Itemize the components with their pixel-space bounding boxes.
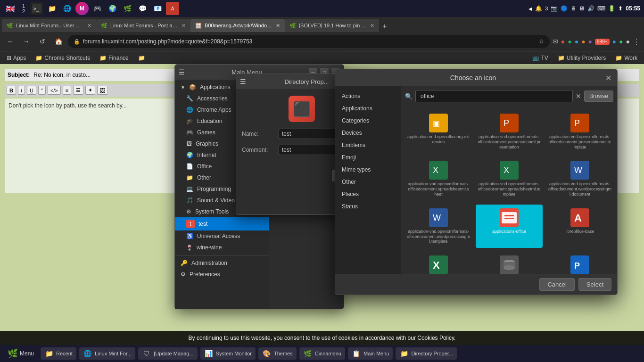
cancel-button[interactable]: Cancel: [539, 278, 574, 291]
app-icon-red[interactable]: A: [166, 2, 179, 15]
taskbar-update-manager[interactable]: 🛡 [Update Manag...: [138, 347, 197, 360]
tab-close-1[interactable]: ✕: [182, 23, 186, 29]
search-clear-button[interactable]: ✕: [576, 92, 581, 100]
ext-icon-4[interactable]: ●: [581, 38, 585, 45]
taskbar-directory-properties[interactable]: 📁 Directory Proper...: [396, 347, 457, 360]
icon-cell-6[interactable]: W application-vnd.openxmlformats-officed…: [405, 205, 472, 248]
sidebar-categories[interactable]: Categories: [335, 115, 401, 127]
notification-icon[interactable]: 🔔: [535, 5, 542, 12]
app-icon-chat[interactable]: 💬: [136, 2, 149, 15]
ext-icon-3[interactable]: ●: [575, 38, 578, 45]
app-icon-terminal[interactable]: >_: [30, 2, 43, 15]
star-btn[interactable]: ✦: [85, 86, 95, 95]
ext-icon-5[interactable]: ●: [588, 38, 592, 45]
menu-dots[interactable]: ⋮: [633, 37, 640, 46]
app-icon-chrome[interactable]: 🌐: [60, 2, 74, 15]
home-button[interactable]: 🏠: [52, 35, 65, 48]
address-bar[interactable]: 🔒 forums.linuxmint.com/posting.php?mode=…: [68, 35, 550, 48]
battery-icon[interactable]: 🔋: [608, 5, 615, 12]
new-tab-button[interactable]: +: [379, 21, 390, 32]
taskbar-themes[interactable]: 🎨 Themes: [258, 347, 297, 360]
bookmark-tv[interactable]: 📺 TV: [529, 54, 551, 62]
app-icon-mail[interactable]: 📧: [151, 2, 164, 15]
icon-preview[interactable]: ⬛: [288, 95, 316, 123]
start-menu-button[interactable]: 🌿 Menu: [4, 347, 38, 360]
dp-hamburger[interactable]: ☰: [240, 78, 246, 85]
sidebar-places[interactable]: Places: [335, 188, 401, 200]
icon-cell-7[interactable]: applications-office: [476, 205, 543, 248]
icon-cell-4[interactable]: X application-vnd.openxmlformats-officed…: [476, 157, 543, 200]
sidebar-item-administration[interactable]: 🔑 Administration: [175, 257, 269, 269]
taskbar-linux-mint-forums[interactable]: 🌐 Linux Mint For...: [79, 347, 135, 360]
list2-btn[interactable]: ☰: [73, 86, 83, 95]
select-button[interactable]: Select: [578, 278, 611, 291]
taskbar-recent[interactable]: 📁 Recent: [41, 347, 76, 360]
sidebar-status[interactable]: Status: [335, 200, 401, 213]
icon-cell-9[interactable]: X libreoffice-calc: [405, 252, 472, 274]
underline-btn[interactable]: U: [27, 86, 36, 95]
browser-tab-1[interactable]: 🌿 Linux Mint Forums - Post a reply ✕: [96, 19, 190, 32]
star-icon[interactable]: ☆: [539, 38, 544, 45]
bold-btn[interactable]: B: [7, 86, 16, 95]
sidebar-item-wine[interactable]: 🍷 wine-wine: [175, 242, 269, 253]
ext-icon-1[interactable]: ●: [561, 38, 565, 45]
sidebar-devices[interactable]: Devices: [335, 127, 401, 139]
icon-cell-3[interactable]: X application-vnd.openxmlformats-officed…: [405, 157, 472, 200]
app-icon-m[interactable]: M: [75, 2, 89, 15]
ext-icon-2[interactable]: ●: [568, 38, 571, 45]
icon-cell-1[interactable]: P application-vnd.openxmlformats-officed…: [476, 110, 543, 153]
bookmark-utility[interactable]: 📁 Utility Providers: [555, 54, 609, 62]
sidebar-emoji[interactable]: Emoji: [335, 151, 401, 164]
taskbar-system-monitor[interactable]: 📊 System Monitor: [200, 347, 256, 360]
dialog-close-button[interactable]: ✕: [605, 74, 611, 82]
bookmark-apps[interactable]: ⊞ Apps: [4, 54, 29, 62]
icon-cell-8[interactable]: A libreoffice-base: [546, 205, 613, 248]
mail-icon-nav[interactable]: ✉: [553, 38, 558, 45]
bluetooth-icon[interactable]: 🔵: [561, 5, 568, 12]
italic-btn[interactable]: I: [18, 86, 25, 95]
workspace-switcher[interactable]: 1 2: [19, 3, 28, 14]
sidebar-emblems[interactable]: Emblems: [335, 139, 401, 151]
browser-tab-2[interactable]: 🪟 B00merang-Artwork/Windows-1... ✕: [190, 19, 285, 32]
browser-tab-3[interactable]: 🌿 [SOLVED] 19.1 How to pin snapp... ✕: [285, 19, 379, 32]
refresh-button[interactable]: ↺: [36, 35, 49, 48]
flag-icon[interactable]: 🇬🇧: [4, 2, 17, 15]
icon-cell-10[interactable]: libreoffice-database: [476, 252, 543, 274]
sidebar-actions[interactable]: Actions: [335, 90, 401, 102]
app-icon-folder[interactable]: 📁: [45, 2, 58, 15]
bookmark-finance[interactable]: 📁 Finance: [97, 54, 132, 62]
sidebar-item-preferences[interactable]: ⚙ Preferences: [175, 269, 269, 280]
app-icon-gamepad[interactable]: 🎮: [91, 2, 104, 15]
back-button[interactable]: ←: [4, 35, 17, 48]
ext-icon-7[interactable]: ●: [619, 38, 623, 45]
img-btn[interactable]: 🖼: [97, 86, 108, 95]
sidebar-mime-types[interactable]: Mime types: [335, 164, 401, 176]
screenshot-icon[interactable]: 📷: [551, 5, 558, 12]
quote-btn[interactable]: ": [38, 86, 46, 95]
icon-cell-2[interactable]: P application-vnd.openxmlformats-officed…: [546, 110, 613, 153]
tab-close-0[interactable]: ✕: [87, 23, 91, 29]
taskbar-main-menu[interactable]: 📋 Main Menu: [348, 347, 393, 360]
ext-icon-8[interactable]: ●: [626, 38, 630, 45]
tab-close-3[interactable]: ✕: [370, 23, 374, 29]
forward-button[interactable]: →: [20, 35, 33, 48]
list-btn[interactable]: ≡: [63, 86, 71, 95]
sidebar-other[interactable]: Other: [335, 176, 401, 188]
display-icon[interactable]: 🖥: [579, 5, 585, 12]
sidebar-item-test[interactable]: t test: [175, 217, 269, 230]
volume-icon[interactable]: 🔊: [587, 5, 594, 12]
bookmark-chrome-shortcuts[interactable]: 📁 Chrome Shortcuts: [33, 54, 93, 62]
sidebar-item-universal-access[interactable]: ♿ Universal Access: [175, 230, 269, 242]
hamburger-icon[interactable]: ☰: [179, 68, 185, 76]
bookmark-work[interactable]: 📁 Work: [612, 54, 640, 62]
ext-icon-6[interactable]: ●: [612, 38, 616, 45]
tab-close-2[interactable]: ✕: [276, 23, 280, 29]
app-icon-mint[interactable]: 🌿: [121, 2, 134, 15]
icon-cell-0[interactable]: ▣ application-vnd.openofficeorg.extensio…: [405, 110, 472, 153]
clock[interactable]: 05:55: [626, 5, 640, 12]
browser-tab-0[interactable]: 🌿 Linux Mint Forums - User Contr... ✕: [2, 19, 96, 32]
keyboard-icon[interactable]: ⌨: [597, 5, 605, 12]
bookmark-extra[interactable]: 📁: [135, 54, 148, 62]
taskbar-cinnamenu[interactable]: 🌿 Cinnamenu: [299, 347, 345, 360]
code-btn[interactable]: </>: [48, 86, 61, 95]
